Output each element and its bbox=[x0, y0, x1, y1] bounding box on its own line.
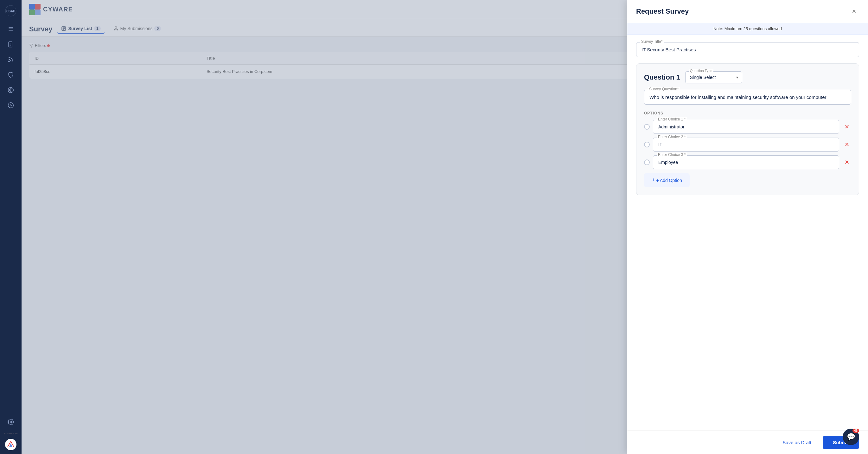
modal-header: Request Survey × bbox=[627, 0, 868, 23]
menu-icon[interactable]: ☰ bbox=[4, 23, 17, 35]
remove-choice-2-button[interactable]: ✕ bbox=[842, 140, 851, 149]
remove-choice-1-button[interactable]: ✕ bbox=[842, 122, 851, 131]
question-card: Question 1 Question Type Single Select ▾… bbox=[636, 63, 859, 195]
question-type-select[interactable]: Question Type Single Select ▾ bbox=[685, 71, 742, 83]
option-row-3: Enter Choice 3 * ✕ bbox=[644, 155, 851, 169]
option-field-wrap-2: Enter Choice 2 * bbox=[653, 138, 839, 151]
settings-icon[interactable] bbox=[4, 416, 17, 428]
choice-2-input[interactable] bbox=[653, 138, 839, 151]
modal-footer: Save as Draft Submit bbox=[627, 430, 868, 454]
question-type-value: Single Select ▾ bbox=[685, 72, 742, 83]
save-as-draft-button[interactable]: Save as Draft bbox=[776, 436, 818, 448]
question-number: Question 1 bbox=[644, 73, 680, 82]
survey-title-field: Survey Title* bbox=[636, 42, 859, 57]
chevron-down-icon: ▾ bbox=[736, 75, 738, 80]
app-logo: CSAP bbox=[4, 4, 18, 18]
chat-fab-button[interactable]: 💬 46 bbox=[843, 429, 859, 445]
choice-3-label: Enter Choice 3 * bbox=[657, 152, 687, 157]
choice-1-input[interactable] bbox=[653, 120, 839, 134]
survey-question-label: Survey Question* bbox=[648, 87, 680, 91]
question-header: Question 1 Question Type Single Select ▾ bbox=[644, 71, 851, 83]
request-survey-modal: Request Survey × Note: Maximum 25 questi… bbox=[627, 0, 868, 454]
add-option-plus-icon: + bbox=[652, 177, 655, 183]
survey-question-input[interactable] bbox=[644, 90, 851, 105]
option-row-2: Enter Choice 2 * ✕ bbox=[644, 138, 851, 151]
svg-point-6 bbox=[8, 61, 9, 62]
modal-body: Survey Title* Question 1 Question Type S… bbox=[627, 34, 868, 430]
option-row-1: Enter Choice 1 * ✕ bbox=[644, 120, 851, 134]
add-option-label: + Add Option bbox=[656, 178, 682, 183]
options-label: OPTIONS bbox=[644, 111, 851, 115]
powered-by-label: Powered By bbox=[4, 431, 18, 436]
option-radio-3[interactable] bbox=[644, 160, 650, 165]
sidebar: CSAP ☰ Powered By bbox=[0, 0, 22, 454]
svg-text:CSAP: CSAP bbox=[6, 9, 15, 13]
sidebar-bottom: Powered By bbox=[4, 416, 18, 450]
choice-1-label: Enter Choice 1 * bbox=[657, 117, 687, 121]
chat-icon: 💬 bbox=[847, 433, 855, 441]
cyware-logo-small bbox=[5, 439, 17, 450]
document-icon[interactable] bbox=[4, 38, 17, 51]
survey-title-input[interactable] bbox=[636, 42, 859, 57]
option-radio-1[interactable] bbox=[644, 124, 650, 130]
history-icon[interactable] bbox=[4, 99, 17, 112]
modal-title: Request Survey bbox=[636, 7, 689, 16]
chat-badge: 46 bbox=[852, 429, 859, 433]
shield-icon[interactable] bbox=[4, 68, 17, 81]
survey-title-label: Survey Title* bbox=[640, 39, 664, 44]
feed-icon[interactable] bbox=[4, 53, 17, 66]
svg-point-11 bbox=[10, 421, 11, 423]
choice-3-input[interactable] bbox=[653, 155, 839, 169]
target-icon[interactable] bbox=[4, 84, 17, 96]
question-type-label: Question Type bbox=[689, 69, 714, 73]
remove-choice-3-button[interactable]: ✕ bbox=[842, 158, 851, 167]
svg-point-9 bbox=[10, 90, 11, 90]
modal-close-button[interactable]: × bbox=[849, 6, 859, 17]
option-field-wrap-1: Enter Choice 1 * bbox=[653, 120, 839, 134]
choice-2-label: Enter Choice 2 * bbox=[657, 135, 687, 139]
add-option-button[interactable]: + + Add Option bbox=[644, 173, 690, 188]
option-radio-2[interactable] bbox=[644, 142, 650, 147]
option-field-wrap-3: Enter Choice 3 * bbox=[653, 155, 839, 169]
survey-question-field: Survey Question* bbox=[644, 90, 851, 105]
modal-note: Note: Maximum 25 questions allowed bbox=[627, 23, 868, 34]
